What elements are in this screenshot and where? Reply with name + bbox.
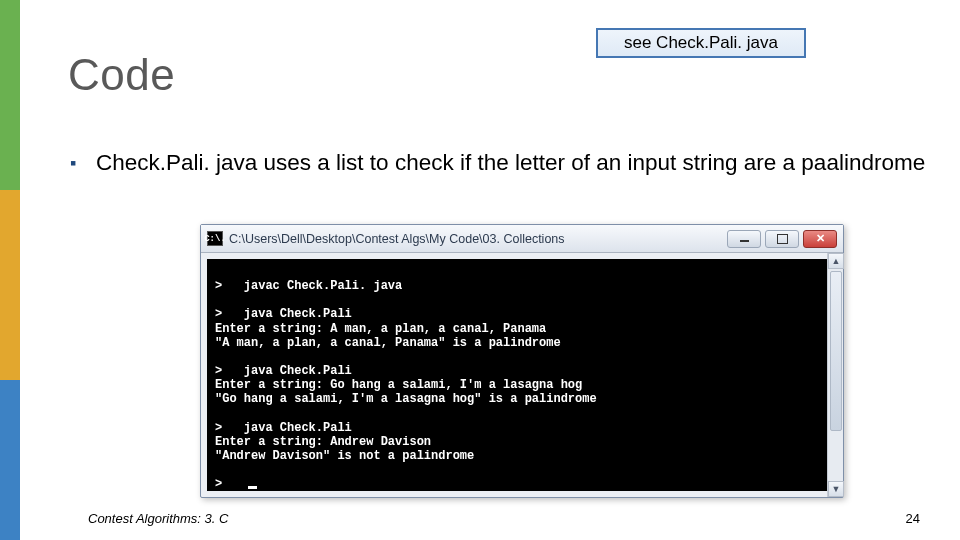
terminal-cursor bbox=[248, 486, 257, 489]
cmd-icon: C:\. bbox=[207, 231, 223, 246]
see-file-label: see Check.Pali. java bbox=[624, 33, 778, 53]
window-titlebar: C:\. C:\Users\Dell\Desktop\Contest Algs\… bbox=[201, 225, 843, 253]
left-sidebar-decor bbox=[0, 0, 20, 540]
sidebar-orange bbox=[0, 190, 20, 380]
see-file-callout: see Check.Pali. java bbox=[596, 28, 806, 58]
minimize-button[interactable] bbox=[727, 230, 761, 248]
bullet-mark: ▪ bbox=[70, 148, 96, 177]
close-button[interactable]: ✕ bbox=[803, 230, 837, 248]
terminal-output: > javac Check.Pali. java > java Check.Pa… bbox=[207, 259, 827, 491]
sidebar-green bbox=[0, 0, 20, 190]
vertical-scrollbar[interactable]: ▲ ▼ bbox=[827, 253, 843, 497]
scroll-thumb[interactable] bbox=[830, 271, 842, 431]
scroll-down-button[interactable]: ▼ bbox=[828, 481, 844, 497]
sidebar-blue bbox=[0, 380, 20, 540]
slide: Code see Check.Pali. java ▪ Check.Pali. … bbox=[0, 0, 960, 540]
scroll-up-button[interactable]: ▲ bbox=[828, 253, 844, 269]
footer-breadcrumb: Contest Algorithms: 3. C bbox=[88, 511, 228, 526]
window-title-text: C:\Users\Dell\Desktop\Contest Algs\My Co… bbox=[229, 232, 721, 246]
terminal-text: > javac Check.Pali. java > java Check.Pa… bbox=[215, 279, 597, 491]
bullet-text: Check.Pali. java uses a list to check if… bbox=[96, 148, 925, 177]
maximize-button[interactable] bbox=[765, 230, 799, 248]
window-buttons: ✕ bbox=[727, 230, 837, 248]
slide-title: Code bbox=[68, 50, 175, 100]
body-text: ▪ Check.Pali. java uses a list to check … bbox=[70, 148, 930, 177]
command-prompt-window: C:\. C:\Users\Dell\Desktop\Contest Algs\… bbox=[200, 224, 844, 498]
slide-number: 24 bbox=[906, 511, 920, 526]
